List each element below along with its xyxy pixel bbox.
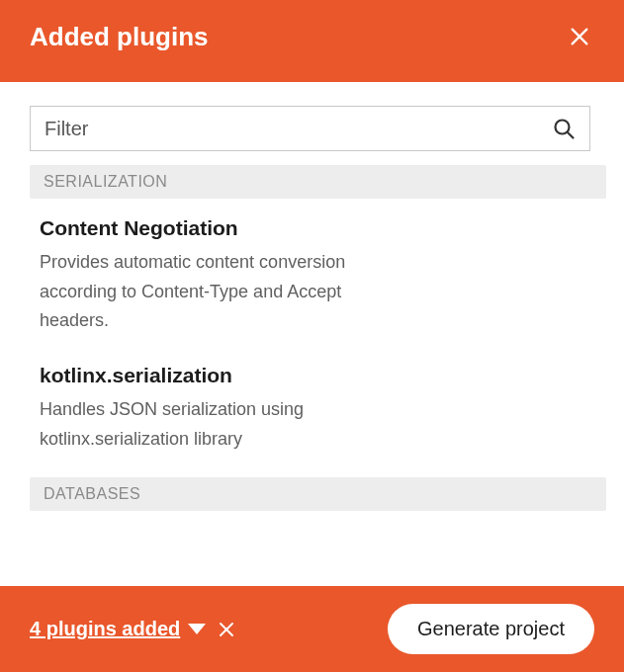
filter-field-wrap [30,106,590,151]
filter-input[interactable] [45,118,552,140]
plugin-title: kotlinx.serialization [40,364,596,387]
close-button[interactable] [565,22,594,51]
plugin-description: Provides automatic content conversion ac… [40,248,415,336]
dialog-title: Added plugins [30,22,209,52]
close-icon [218,621,235,638]
generate-project-button[interactable]: Generate project [388,604,594,654]
plugins-added-label: 4 plugins added [30,618,180,640]
plugin-scroll-area[interactable]: SERIALIZATION Content Negotiation Provid… [30,165,608,586]
footer-left: 4 plugins added [30,618,237,640]
category-label: SERIALIZATION [30,165,606,199]
clear-plugins-button[interactable] [216,619,237,640]
plugin-title: Content Negotiation [40,216,596,240]
close-icon [569,26,590,47]
chevron-down-icon [188,624,206,634]
plugin-item[interactable]: Content Negotiation Provides automatic c… [30,212,606,360]
dialog-footer: 4 plugins added Generate project [0,586,624,672]
plugin-description: Handles JSON serialization using kotlinx… [40,395,415,454]
plugin-item[interactable]: kotlinx.serialization Handles JSON seria… [30,360,606,477]
dialog-body: SERIALIZATION Content Negotiation Provid… [0,82,624,586]
plugins-added-toggle[interactable]: 4 plugins added [30,618,206,640]
dialog-header: Added plugins [0,0,624,82]
search-icon [552,117,576,140]
svg-line-3 [568,132,574,138]
added-plugins-dialog: Added plugins SERIALIZATION Content Nego… [0,0,624,672]
category-label: DATABASES [30,477,606,511]
